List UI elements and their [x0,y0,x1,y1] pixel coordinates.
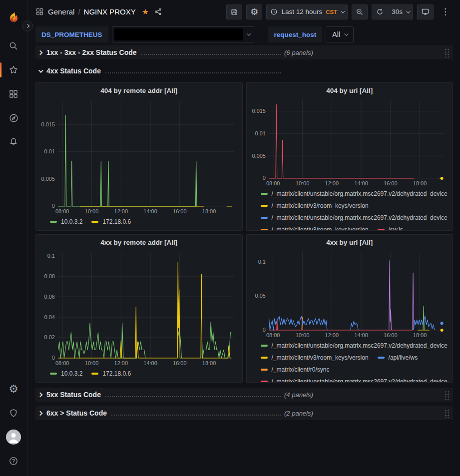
sidebar-item-settings[interactable]: ⚙ [3,379,23,399]
panel-legend: /_matrix/client/unstable/org.matrix.msc2… [251,339,449,382]
sidebar: ⚙ [0,0,27,476]
panel-title[interactable]: 404 by uri [All] [251,87,449,97]
legend-item[interactable]: /api/live/ws [378,352,418,364]
monitor-icon [421,7,430,16]
sidebar-item-alerting[interactable] [3,132,23,152]
svg-text:0.005: 0.005 [252,153,265,159]
more-options-kebab[interactable]: ⋮ [438,4,453,19]
legend-label: /_matrix/client/v3/room_keys/version [272,354,369,361]
dotted-leader [141,54,281,55]
panels-grid: 404 by remote addr [All] 08:0010:0012:00… [35,82,453,383]
row-drag-handle[interactable] [445,390,449,400]
refresh-interval-label: 30s [392,8,403,15]
time-range-picker[interactable]: Last 12 hours CST [266,4,348,19]
chevron-right-icon [38,50,43,55]
dashboard-settings-button[interactable]: ⚙ [246,4,262,19]
legend-item[interactable]: /_matrix/client/unstable/org.matrix.msc2… [261,212,448,224]
tv-mode-button[interactable] [417,4,434,19]
apps-icon [35,7,44,16]
refresh-button[interactable] [372,4,388,19]
row-title: 5xx Status Code [46,391,101,399]
star-icon [8,65,18,75]
legend-swatch-green [261,193,268,195]
panel-404-by-uri: 404 by uri [All] 08:0010:0012:0014:0016:… [246,82,454,231]
legend-item[interactable]: /sw.js [378,224,403,230]
svg-text:0.08: 0.08 [44,273,55,279]
timeseries-chart[interactable]: 08:0010:0012:0014:0016:0018:0000.0050.01… [40,97,238,215]
dashboards-grid-icon [8,89,18,99]
sidebar-item-profile[interactable] [3,427,23,447]
request-host-value: All [332,30,340,38]
row-left: 5xx Status Code [38,391,284,399]
zoom-out-button[interactable] [352,4,368,19]
svg-text:08:00: 08:00 [266,332,280,338]
toolbar-right: ⚙ Last 12 hours CST [226,4,453,19]
sidebar-item-explore[interactable] [3,108,23,128]
grafana-logo[interactable] [3,7,23,27]
legend-item[interactable]: /_matrix/client/v3/room_keys/version [261,224,369,230]
row-left: 6xx > Status Code [38,409,284,417]
help-icon [8,456,18,466]
legend-item[interactable]: /_matrix/client/v3/room_keys/version [261,352,369,364]
legend-item[interactable]: 10.0.3.2 [50,216,82,228]
row-title: 1xx - 3xx - 2xx Status Code [46,48,137,56]
legend-item[interactable]: /_matrix/client/v3/room_keys/version [261,200,369,212]
dashboard-row-6xx[interactable]: 6xx > Status Code (2 panels) [35,406,453,420]
grafana-logo-icon [6,10,20,24]
dashboard-row-4xx[interactable]: 4xx Status Code [35,64,453,78]
dashboard-row-1xx-3xx-2xx[interactable]: 1xx - 3xx - 2xx Status Code (6 panels) [35,45,453,59]
sidebar-item-dashboards[interactable] [3,84,23,104]
legend-swatch-blue [261,217,268,219]
row-drag-handle[interactable] [445,48,449,57]
legend-item[interactable]: /_matrix/client/unstable/org.matrix.msc2… [261,340,448,352]
sidebar-item-starred[interactable] [3,60,23,80]
chevron-down-icon [247,31,251,35]
legend-label: 172.18.0.6 [102,218,131,225]
svg-text:0.1: 0.1 [258,259,265,265]
save-dashboard-button[interactable] [226,4,242,19]
svg-text:0.01: 0.01 [44,148,55,154]
dashboard-title[interactable]: NGINX PROXY [84,7,136,16]
panel-title[interactable]: 4xx by uri [All] [251,239,449,249]
timeseries-chart[interactable]: 08:0010:0012:0014:0016:0018:0000.0050.01… [251,97,449,187]
favorite-star-icon[interactable]: ★ [142,7,149,16]
sidebar-item-search[interactable] [3,36,23,56]
legend-item[interactable]: /_matrix/client/unstable/org.matrix.msc2… [261,188,448,200]
refresh-icon [376,8,384,15]
sidebar-item-help[interactable] [3,451,23,471]
sidebar-expand-button[interactable] [22,20,33,31]
timeseries-chart[interactable]: 08:0010:0012:0014:0016:0018:0000.020.040… [40,249,238,367]
row-drag-handle[interactable] [445,409,449,418]
breadcrumb-section[interactable]: General [48,7,74,16]
legend-item[interactable]: 172.18.0.6 [91,216,131,228]
dashboard-row-5xx[interactable]: 5xx Status Code (4 panels) [35,388,453,402]
row-left: 4xx Status Code [38,67,284,75]
legend-item[interactable]: /_matrix/client/r0/sync [261,364,330,376]
legend-item[interactable]: 10.0.3.2 [50,368,82,380]
svg-text:0: 0 [262,175,265,181]
chevron-down-icon [341,9,345,13]
legend-swatch-green [50,373,57,375]
svg-text:14:00: 14:00 [354,332,368,338]
chevron-right-icon [25,24,29,28]
row-title: 4xx Status Code [46,67,101,75]
avatar [6,430,21,445]
legend-item[interactable]: 172.18.0.6 [91,368,131,380]
share-icon[interactable] [154,7,162,16]
svg-text:14:00: 14:00 [143,360,157,366]
breadcrumb-separator: / [78,7,80,16]
sidebar-item-server-admin[interactable] [3,403,23,423]
timeseries-chart[interactable]: 08:0010:0012:0014:0016:0018:0000.050.1 [251,249,449,339]
request-host-variable-dropdown[interactable]: All [326,26,354,42]
panel-title[interactable]: 404 by remote addr [All] [40,87,238,97]
legend-item[interactable]: /_matrix/client/unstable/org.matrix.msc2… [261,376,448,382]
svg-text:10:00: 10:00 [295,180,309,186]
datasource-variable-dropdown[interactable] [112,26,254,42]
legend-label: /_matrix/client/unstable/org.matrix.msc2… [272,378,448,382]
refresh-interval-dropdown[interactable]: 30s [388,4,413,19]
main-content: General / NGINX PROXY ★ ⚙ Last 12 hour [27,0,460,476]
svg-text:10:00: 10:00 [85,360,98,366]
panel-title[interactable]: 4xx by remote addr [All] [40,239,238,249]
zoom-out-icon [356,8,364,16]
gear-icon: ⚙ [250,7,258,16]
